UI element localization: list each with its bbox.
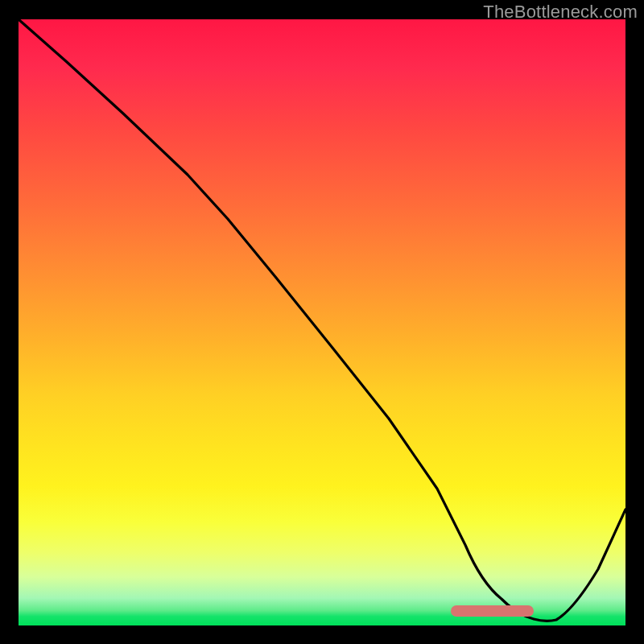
optimal-range-marker	[451, 605, 534, 617]
chart-background-gradient	[19, 19, 625, 625]
chart-plot-area	[19, 19, 625, 625]
